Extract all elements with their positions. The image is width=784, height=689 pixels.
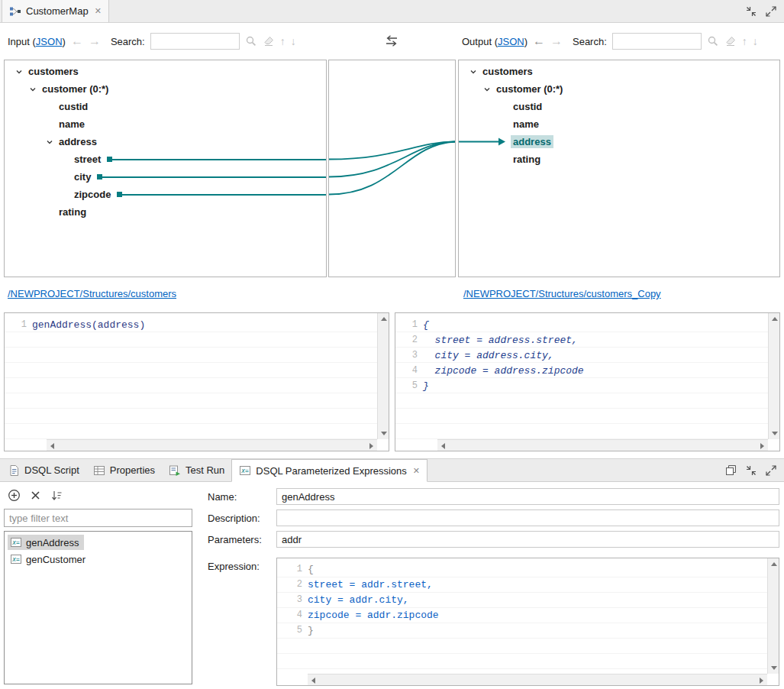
code-text: city = address.city, <box>423 350 554 361</box>
tab-dsql-script[interactable]: DSQL Script <box>2 459 86 481</box>
vertical-scrollbar[interactable] <box>767 558 779 674</box>
tree-node-name[interactable]: name <box>459 115 779 133</box>
back-arrow-icon[interactable]: ← <box>71 35 83 47</box>
tree-node-rating[interactable]: rating <box>459 150 779 168</box>
description-field[interactable] <box>276 509 779 526</box>
mapping-canvas[interactable] <box>328 60 456 277</box>
scroll-up-button[interactable] <box>768 558 779 570</box>
scroll-left-button[interactable] <box>47 440 58 451</box>
swap-direction-icon[interactable] <box>385 35 398 47</box>
parameters-field[interactable] <box>276 531 779 548</box>
tab-test-run[interactable]: Test Run <box>162 459 231 481</box>
back-arrow-icon[interactable]: ← <box>533 35 545 47</box>
tree-node-address-selected[interactable]: address <box>459 133 779 150</box>
sort-icon[interactable] <box>50 490 63 502</box>
tree-node-street[interactable]: street <box>5 150 326 168</box>
vertical-scrollbar[interactable] <box>377 313 389 439</box>
svg-text:x=: x= <box>11 556 20 563</box>
input-structure-link[interactable]: /NEWPROJECT/Structures/customers <box>8 288 176 299</box>
tree-node-rating[interactable]: rating <box>5 203 326 221</box>
maximize-icon[interactable] <box>766 465 776 476</box>
filter-input[interactable] <box>4 509 192 527</box>
clear-search-icon[interactable] <box>724 35 737 47</box>
minimize-icon[interactable] <box>746 465 757 476</box>
tree-node-label: rating <box>511 153 543 166</box>
vertical-scrollbar[interactable] <box>768 313 779 439</box>
chevron-down-icon[interactable] <box>466 65 480 79</box>
map-anchor[interactable] <box>117 192 122 197</box>
expression-editor-text-area[interactable]: 1 { 2 street = addr.street, 3 city = add… <box>277 558 767 674</box>
delete-expression-icon[interactable] <box>31 490 40 500</box>
scroll-up-button[interactable] <box>769 313 780 325</box>
target-editor-text-area[interactable]: 1 { 2 street = address.street, 3 city = … <box>395 313 768 439</box>
scroll-down-button[interactable] <box>378 428 389 439</box>
code-text: } <box>423 380 429 392</box>
tree-node-customer[interactable]: customer (0:*) <box>459 80 779 98</box>
scroll-right-button[interactable] <box>757 440 768 451</box>
clear-search-icon[interactable] <box>263 35 275 47</box>
tree-node-customer[interactable]: customer (0:*) <box>5 80 326 98</box>
input-json-link[interactable]: JSON <box>36 36 63 47</box>
scroll-right-button[interactable] <box>366 440 377 451</box>
forward-arrow-icon[interactable]: → <box>89 35 101 47</box>
search-prev-icon[interactable]: ↑ <box>742 36 747 47</box>
map-anchor[interactable] <box>107 157 112 162</box>
expression-label: Expression: <box>208 561 260 572</box>
chevron-down-icon[interactable] <box>12 65 26 79</box>
horizontal-scrollbar[interactable] <box>47 439 377 451</box>
code-line: 4 zipcode = addr.zipcode <box>277 607 767 623</box>
close-icon[interactable]: ✕ <box>95 6 102 16</box>
list-item-genaddress[interactable]: x= genAddress <box>5 534 192 551</box>
search-label: Search: <box>111 36 145 47</box>
chevron-down-icon[interactable] <box>43 135 56 149</box>
output-json-link[interactable]: JSON <box>498 36 524 47</box>
line-number: 3 <box>277 594 308 605</box>
tree-node-zipcode[interactable]: zipcode <box>5 186 326 203</box>
code-text: { <box>308 564 314 575</box>
tree-node-address[interactable]: address <box>5 133 326 150</box>
output-structure-link[interactable]: /NEWPROJECT/Structures/customers_Copy <box>463 288 661 299</box>
tab-customermap[interactable]: CustomerMap ✕ <box>2 0 109 22</box>
output-search-field[interactable] <box>612 33 702 50</box>
name-field[interactable] <box>276 488 779 505</box>
search-next-icon[interactable]: ↓ <box>753 36 758 47</box>
tree-node-label: zipcode <box>72 188 113 201</box>
code-line: 1 { <box>277 561 767 577</box>
tree-node-custid[interactable]: custid <box>5 98 326 115</box>
tree-node-custid[interactable]: custid <box>459 98 779 115</box>
chevron-down-icon[interactable] <box>26 82 40 96</box>
source-editor-text-area[interactable]: 1 genAddress(address) <box>5 313 377 439</box>
scroll-right-button[interactable] <box>756 674 767 686</box>
list-item-gencustomer[interactable]: x= genCustomer <box>5 551 192 568</box>
search-prev-icon[interactable]: ↑ <box>280 36 286 47</box>
tree-node-customers[interactable]: customers <box>5 63 326 80</box>
scroll-left-button[interactable] <box>308 674 319 686</box>
minimize-icon[interactable] <box>746 6 757 17</box>
tree-node-name[interactable]: name <box>5 115 326 133</box>
tree-node-city[interactable]: city <box>5 168 326 186</box>
tab-properties[interactable]: Properties <box>86 459 162 481</box>
scroll-up-button[interactable] <box>378 313 389 325</box>
maximize-icon[interactable] <box>766 6 776 17</box>
input-format-label: Input (JSON) <box>8 36 66 47</box>
search-next-icon[interactable]: ↓ <box>291 36 296 47</box>
duplicate-view-icon[interactable] <box>725 464 737 476</box>
tree-node-customers[interactable]: customers <box>459 63 779 80</box>
map-anchor[interactable] <box>97 174 102 180</box>
add-expression-icon[interactable] <box>8 489 21 502</box>
search-icon[interactable] <box>245 35 257 47</box>
close-icon[interactable]: ✕ <box>413 466 420 476</box>
tree-node-label: street <box>72 153 103 166</box>
input-search-field[interactable] <box>150 33 240 50</box>
scroll-down-button[interactable] <box>769 428 780 439</box>
chevron-down-icon[interactable] <box>480 82 494 96</box>
scroll-down-button[interactable] <box>768 662 779 674</box>
scroll-left-button[interactable] <box>437 440 449 451</box>
horizontal-scrollbar[interactable] <box>308 674 767 685</box>
search-icon[interactable] <box>707 35 719 47</box>
horizontal-scrollbar[interactable] <box>437 439 768 451</box>
tab-dsql-parameterized-expressions[interactable]: x= DSQL Parameterized Expressions ✕ <box>231 459 427 482</box>
mapping-curves <box>329 60 455 277</box>
forward-arrow-icon[interactable]: → <box>550 35 563 47</box>
code-text: street = address.street, <box>423 335 578 346</box>
